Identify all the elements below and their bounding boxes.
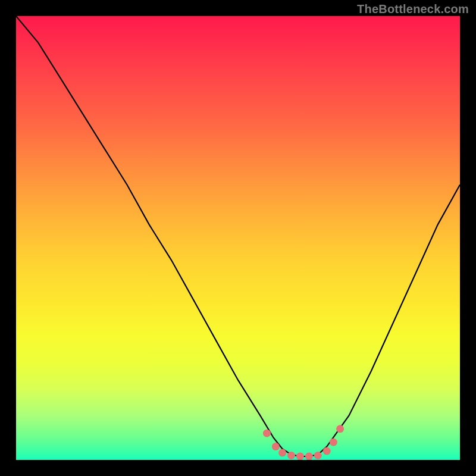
chart-frame: TheBottleneck.com [0,0,476,476]
curve-marker [263,430,271,437]
watermark-text: TheBottleneck.com [357,2,469,16]
curve-marker [323,447,331,455]
curve-marker [336,425,344,433]
bottleneck-curve [16,16,460,456]
curve-markers [263,425,344,460]
curve-marker [314,452,322,459]
curve-marker [330,439,337,446]
curve-marker [296,453,304,461]
curve-marker [305,453,313,461]
bottleneck-curve-svg [16,16,460,460]
curve-marker [278,449,286,457]
curve-marker [272,443,280,450]
curve-marker [287,452,295,459]
plot-area [16,16,460,460]
